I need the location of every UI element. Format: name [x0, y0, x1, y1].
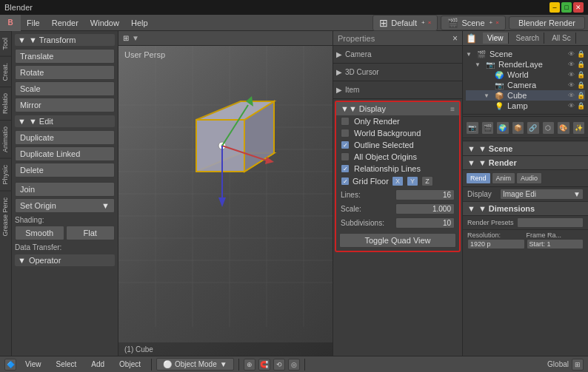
- edit-section-header[interactable]: ▼ ▼ Edit: [15, 115, 115, 127]
- left-sidebar: Tool Creat. Relatio Animatio Physic Grea…: [0, 31, 118, 356]
- transform-section-header[interactable]: ▼ ▼ Transform: [15, 34, 115, 46]
- close-button[interactable]: ✕: [573, 2, 584, 13]
- tab-search[interactable]: Search: [512, 33, 545, 44]
- tab-view[interactable]: View: [483, 33, 509, 44]
- status-view[interactable]: View: [19, 359, 47, 370]
- status-add[interactable]: Add: [85, 359, 110, 370]
- vtab-relations[interactable]: Relatio: [0, 87, 11, 120]
- world-background-cb[interactable]: [341, 129, 350, 138]
- lines-value[interactable]: 16: [395, 189, 455, 200]
- camera-section-title[interactable]: ▶ Camera: [336, 49, 459, 60]
- object-props-icon[interactable]: 📦: [512, 121, 525, 135]
- render-props-icon[interactable]: 📷: [466, 121, 479, 135]
- material-icon[interactable]: 🎨: [557, 121, 570, 135]
- delete-button[interactable]: Delete: [15, 163, 115, 177]
- outline-selected-row[interactable]: Outline Selected: [336, 139, 459, 151]
- only-render-row[interactable]: Only Render: [336, 115, 459, 127]
- render-tab-rend[interactable]: Rend: [466, 172, 491, 184]
- operator-section[interactable]: ▼ Operator: [15, 254, 115, 266]
- flat-button[interactable]: Flat: [66, 226, 116, 240]
- relationship-lines-cb[interactable]: [341, 164, 350, 173]
- outline-selected-cb[interactable]: [341, 141, 350, 149]
- menu-help[interactable]: Help: [125, 17, 154, 29]
- rotate-button[interactable]: Rotate: [15, 65, 115, 80]
- duplicate-linked-button[interactable]: Duplicate Linked: [15, 146, 115, 161]
- constraints-icon[interactable]: 🔗: [527, 121, 540, 135]
- menu-render[interactable]: Render: [46, 17, 84, 29]
- transform-icon[interactable]: ⟲: [273, 359, 285, 371]
- viewport-canvas[interactable]: User Persp: [118, 46, 333, 356]
- relationship-lines-label: Relationship Lines: [354, 164, 421, 173]
- render-tab-anim[interactable]: Anim: [492, 172, 516, 184]
- cube-controls: 👁 🔒: [568, 92, 585, 99]
- pivot-icon[interactable]: ⊕: [244, 359, 255, 371]
- status-select[interactable]: Select: [50, 359, 83, 370]
- layers-icon[interactable]: ⊞: [572, 359, 584, 371]
- status-object[interactable]: Object: [113, 359, 147, 370]
- world-props-icon[interactable]: 🌍: [496, 121, 510, 135]
- tree-item-scene[interactable]: ▼ 🎬 Scene 👁 🔒: [466, 49, 585, 59]
- viewport[interactable]: ⊞ ▼ User Persp: [118, 31, 333, 356]
- scene-props-icon[interactable]: 🎬: [481, 121, 495, 135]
- display-value[interactable]: Image Edi ▼: [500, 189, 584, 200]
- vtab-grease[interactable]: Grease Penc: [0, 191, 11, 243]
- grid-floor-cb[interactable]: [341, 177, 350, 186]
- resolution-value[interactable]: 1920 p: [467, 239, 525, 249]
- scale-button[interactable]: Scale: [15, 81, 115, 96]
- set-origin-button[interactable]: Set Origin ▼: [15, 198, 115, 213]
- axis-x-button[interactable]: X: [392, 176, 404, 186]
- status-blender-icon[interactable]: 🔷: [4, 359, 16, 371]
- tree-item-world[interactable]: 🌍 World 👁 🔒: [466, 70, 585, 80]
- edit-title: ▼ Edit: [29, 117, 53, 126]
- dimensions-section-hdr[interactable]: ▼ ▼ Dimensions: [463, 202, 588, 216]
- scale-value[interactable]: 1.000: [395, 203, 455, 214]
- cursor-section-title[interactable]: ▶ 3D Cursor: [336, 67, 459, 78]
- render-section-hdr[interactable]: ▼ ▼ Render: [463, 156, 588, 170]
- dimensions-label: ▼ Dimensions: [478, 204, 535, 213]
- relationship-lines-row[interactable]: Relationship Lines: [336, 163, 459, 175]
- smooth-button[interactable]: Smooth: [15, 226, 64, 240]
- rpanel-close[interactable]: ×: [452, 33, 458, 44]
- only-render-cb[interactable]: [341, 117, 350, 126]
- all-object-origins-row[interactable]: All Object Origins: [336, 151, 459, 163]
- maximize-button[interactable]: □: [561, 2, 572, 13]
- data-props-icon[interactable]: ⬡: [542, 121, 555, 135]
- render-presets-value[interactable]: [517, 217, 584, 228]
- scene-section-hdr[interactable]: ▼ ▼ Scene: [463, 142, 588, 156]
- duplicate-button[interactable]: Duplicate: [15, 130, 115, 145]
- tab-all-sc[interactable]: All Sc: [547, 33, 576, 44]
- screen-layout-btn[interactable]: ⊞ Default + ×: [372, 15, 438, 31]
- render-tab-audio[interactable]: Audio: [516, 172, 542, 184]
- toggle-quad-view-button[interactable]: Toggle Quad View: [339, 233, 456, 248]
- frame-rate-value[interactable]: Start: 1: [527, 239, 584, 249]
- viewport-header-icon[interactable]: ⊞: [123, 34, 129, 42]
- tree-item-renderlayer[interactable]: ▼ 📷 RenderLaye 👁 🔒: [466, 59, 585, 70]
- vtab-tool[interactable]: Tool: [0, 31, 11, 56]
- proportional-icon[interactable]: ◎: [288, 359, 300, 371]
- scene-selector[interactable]: 🎬 Scene + ×: [441, 16, 506, 30]
- particles-icon[interactable]: ✨: [572, 121, 586, 135]
- tree-item-cube[interactable]: ▼ 📦 Cube 👁 🔒: [466, 90, 585, 101]
- vtab-animation[interactable]: Animatio: [0, 120, 11, 158]
- vtab-create[interactable]: Creat.: [0, 56, 11, 87]
- vtab-physics[interactable]: Physic: [0, 158, 11, 191]
- menu-window[interactable]: Window: [84, 17, 125, 29]
- render-engine-selector[interactable]: Blender Render: [509, 16, 585, 30]
- axis-z-button[interactable]: Z: [421, 176, 433, 186]
- minimize-button[interactable]: –: [549, 2, 560, 13]
- axis-y-button[interactable]: Y: [407, 176, 418, 186]
- menu-file[interactable]: File: [21, 17, 46, 29]
- subdivisions-value[interactable]: 10: [395, 217, 455, 229]
- translate-button[interactable]: Translate: [15, 49, 115, 64]
- snap-icon[interactable]: 🧲: [258, 359, 270, 371]
- dimensions-arrow: ▼: [467, 204, 475, 213]
- display-section-header[interactable]: ▼ ▼ Display ≡: [336, 102, 459, 115]
- world-background-row[interactable]: World Background: [336, 127, 459, 139]
- tree-item-camera[interactable]: 📷 Camera 👁 🔒: [466, 80, 585, 90]
- all-object-origins-cb[interactable]: [341, 152, 350, 161]
- object-mode-btn[interactable]: ⚪ Object Mode ▼: [156, 358, 234, 371]
- mirror-button[interactable]: Mirror: [15, 98, 115, 112]
- tree-item-lamp[interactable]: 💡 Lamp 👁 🔒: [466, 101, 585, 111]
- join-button[interactable]: Join: [15, 182, 115, 197]
- item-section-title[interactable]: ▶ Item: [336, 84, 459, 95]
